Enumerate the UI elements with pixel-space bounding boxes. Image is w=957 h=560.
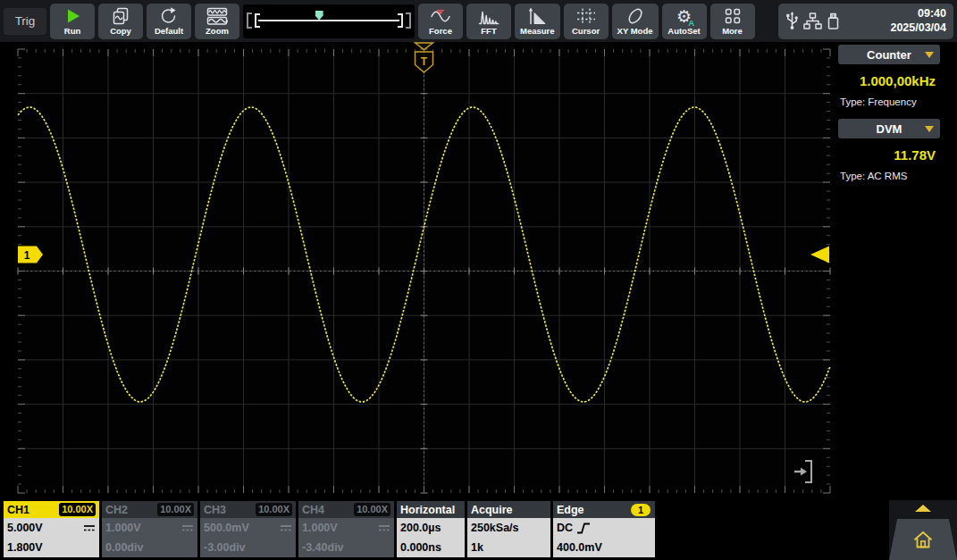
dvm-card: DVM 11.78V Type: AC RMS: [838, 119, 940, 181]
counter-title: Counter: [867, 48, 911, 62]
zoom-icon: [206, 6, 228, 26]
home-panel: [889, 500, 957, 560]
counter-header[interactable]: Counter: [838, 45, 940, 64]
rising-edge-icon: [576, 522, 591, 535]
toolbar-button-cursor[interactable]: Cursor: [564, 4, 609, 39]
home-button[interactable]: [889, 519, 957, 560]
connectivity-icons: [785, 12, 840, 30]
sample-rate-value: 250kSa/s: [471, 522, 519, 534]
channel-name: CH4: [302, 504, 324, 516]
trigger-source-badge: 1: [631, 504, 651, 516]
ch1-marker-label: 1: [24, 249, 30, 262]
channel-block-ch1[interactable]: CH110.00X5.000V1.800V: [4, 501, 99, 557]
toolbar-button-force[interactable]: Force: [418, 4, 463, 39]
acquire-title: Acquire: [471, 504, 513, 516]
delay-value: 0.000ns: [400, 541, 441, 554]
slider-track: [258, 20, 399, 21]
dc-coupling-icon: [280, 523, 292, 532]
toolbar-button-copy[interactable]: Copy: [98, 4, 143, 39]
channel-block-ch4[interactable]: CH410.00X1.000V-3.40div: [298, 501, 394, 557]
fft-icon: [478, 6, 499, 26]
chevron-up-icon[interactable]: [915, 505, 931, 512]
home-icon: [911, 529, 935, 550]
channel-scale: 5.000V: [7, 522, 43, 534]
channel-block-ch3[interactable]: CH310.00X500.0mV-3.00div: [200, 501, 296, 557]
dvm-value: 11.78V: [838, 138, 940, 171]
status-area[interactable]: 09:40 2025/03/04: [778, 4, 953, 39]
trigger-position-chevron[interactable]: [416, 43, 433, 50]
toolbar-button-label: AutoSet: [667, 27, 700, 36]
cursor-icon: [576, 6, 596, 26]
trigger-level-value: 400.0mV: [557, 541, 602, 554]
slider-outer-left-bracket: [247, 13, 252, 29]
toolbar-button-run[interactable]: Run: [50, 4, 95, 39]
channel-offset: -3.00div: [204, 541, 246, 554]
channel-name: CH3: [204, 504, 226, 516]
channel-scale: 1.000V: [302, 522, 338, 534]
channel-offset: -3.40div: [302, 541, 344, 554]
trigger-status-chip: Trig: [4, 8, 46, 35]
default-icon: [159, 6, 179, 26]
toolbar-button-label: More: [722, 27, 743, 36]
force-icon: [430, 6, 451, 26]
usb-icon: [785, 12, 799, 30]
channel-name: CH2: [105, 504, 128, 516]
toolbar-button-measure[interactable]: Measure: [515, 4, 560, 39]
slider-inner-right-bracket: [398, 13, 403, 28]
bottom-status-bar: CH110.00X5.000V1.800VCH210.00X1.000V0.00…: [4, 501, 655, 557]
dvm-header[interactable]: DVM: [838, 119, 940, 138]
toolbar-button-autoset[interactable]: ⚙AAutoSet: [662, 4, 707, 39]
dvm-title: DVM: [877, 122, 902, 136]
counter-card: Counter 1.000,00kHz Type: Frequency: [838, 45, 940, 107]
toolbar-button-default[interactable]: Default: [147, 4, 191, 39]
counter-value: 1.000,00kHz: [838, 64, 940, 96]
time-text: 09:40: [890, 7, 946, 21]
channel-block-ch2[interactable]: CH210.00X1.000V0.00div: [102, 501, 197, 557]
edge-title: Edge: [557, 504, 584, 516]
chevron-down-icon: [925, 126, 934, 132]
toolbar-button-xy-mode[interactable]: XY Mode: [612, 4, 659, 39]
counter-type: Type: Frequency: [838, 96, 940, 107]
toolbar-button-fft[interactable]: FFT: [466, 4, 511, 39]
dc-coupling-icon: [181, 523, 194, 532]
toolbar-button-label: Zoom: [206, 27, 229, 36]
probe-attenuation-badge: 10.00X: [157, 503, 194, 516]
timebase-value: 200.0µs: [400, 522, 441, 534]
toolbar-button-label: XY Mode: [617, 27, 653, 36]
horizontal-position-slider[interactable]: [243, 4, 415, 38]
dc-coupling-icon: [83, 523, 96, 532]
slider-outer-right-bracket: [406, 13, 411, 29]
channel-scale: 1.000V: [105, 522, 141, 534]
toolbar-right-buttons: ForceFFTMeasureCursorXY Mode⚙AAutoSetMor…: [418, 4, 755, 39]
measure-icon: [527, 6, 547, 26]
edge-trigger-block[interactable]: Edge 1 DC 400.0mV: [553, 501, 655, 557]
toolbar-button-more[interactable]: More: [710, 4, 755, 39]
oscilloscope-screen: Trig RunCopyDefaultZoom ForceFFTMeasureC…: [0, 0, 957, 560]
toolbar-button-zoom[interactable]: Zoom: [195, 4, 239, 39]
horizontal-title: Horizontal: [400, 504, 455, 516]
clock: 09:40 2025/03/04: [890, 7, 946, 35]
channel-scale: 500.0mV: [204, 522, 249, 534]
xy-mode-icon: [625, 6, 645, 26]
more-icon: [724, 6, 742, 26]
channel-blocks: CH110.00X5.000V1.800VCH210.00X1.000V0.00…: [4, 501, 394, 557]
copy-icon: [111, 6, 130, 26]
toolbar-left-buttons: RunCopyDefaultZoom: [50, 4, 239, 39]
acquire-block[interactable]: Acquire 250kSa/s 1k: [467, 501, 550, 557]
graticule: T1: [15, 42, 832, 497]
date-text: 2025/03/04: [890, 21, 946, 36]
chevron-down-icon: [925, 52, 934, 58]
channel-offset: 1.800V: [7, 541, 43, 554]
autoset-icon: ⚙A: [676, 6, 692, 26]
run-icon: [63, 6, 81, 26]
probe-attenuation-badge: 10.00X: [354, 503, 390, 516]
memory-depth-value: 1k: [471, 541, 483, 554]
toolbar: Trig RunCopyDefaultZoom ForceFFTMeasureC…: [0, 0, 957, 42]
toolbar-button-label: Default: [155, 27, 183, 36]
lan-icon: [803, 13, 822, 29]
toolbar-button-label: FFT: [481, 27, 496, 36]
trigger-coupling-value: DC: [557, 522, 573, 534]
horizontal-block[interactable]: Horizontal 200.0µs 0.000ns: [397, 501, 465, 557]
dvm-type: Type: AC RMS: [838, 171, 940, 181]
probe-attenuation-badge: 10.00X: [256, 503, 292, 516]
